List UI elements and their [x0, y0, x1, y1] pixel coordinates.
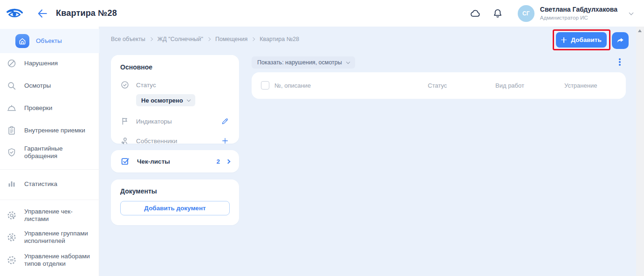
breadcrumb-complex[interactable]: ЖД "Солнечный" — [158, 36, 203, 42]
column-number-description: №, описание — [274, 82, 311, 89]
sidebar-item-label: Объекты — [36, 37, 62, 45]
plus-icon — [561, 37, 567, 43]
sidebar-item-label: Статистика — [24, 180, 57, 188]
sidebar-item-label: Нарушения — [24, 60, 58, 67]
column-status: Статус — [428, 82, 447, 89]
indicators-label: Индикаторы — [136, 118, 172, 125]
edit-pencil-icon[interactable] — [220, 117, 230, 126]
main-info-card: Основное Статус Не осмотрено Индикаторы — [111, 55, 239, 144]
gear-person-icon — [7, 232, 17, 242]
chevron-down-icon — [186, 97, 190, 101]
breadcrumb-all-objects[interactable]: Все объекты — [111, 36, 145, 42]
add-button[interactable]: Добавить — [556, 32, 607, 48]
app-logo-eye-icon[interactable] — [6, 7, 23, 20]
status-value: Не осмотрено — [141, 97, 183, 104]
prohibition-icon — [7, 58, 17, 69]
sidebar-item-label: Осмотры — [24, 82, 51, 90]
flag-icon — [120, 117, 130, 126]
person-key-icon — [120, 136, 130, 145]
bell-icon[interactable] — [492, 7, 504, 20]
hardhat-icon — [7, 103, 17, 113]
house-icon — [15, 34, 29, 48]
add-owner-plus-icon[interactable] — [220, 136, 230, 145]
user-role: Администратор ИС — [540, 14, 617, 21]
table-header: №, описание Статус Вид работ Устранение — [252, 72, 626, 99]
page-title: Квартира №28 — [56, 8, 117, 18]
column-elimination: Устранение — [564, 82, 597, 89]
sidebar-item-label: Проверки — [24, 104, 52, 112]
user-menu-chevron-down-icon[interactable] — [629, 10, 634, 15]
check-circle-icon — [120, 80, 130, 90]
add-button-label: Добавить — [571, 36, 601, 43]
sidebar-item-label: Управление наборами типов отделки — [24, 253, 95, 267]
checkbox-check-icon — [120, 156, 130, 166]
cloud-icon[interactable] — [469, 7, 481, 20]
sidebar-item-finish-type-sets-management[interactable]: Управление наборами типов отделки — [0, 247, 99, 273]
sidebar: Объекты Нарушения Осмотры Проверки — [0, 27, 99, 276]
breadcrumb-current-apartment: Квартира №28 — [260, 36, 299, 42]
documents-title: Документы — [120, 187, 230, 195]
status-row: Статус — [120, 80, 230, 90]
sidebar-item-checklist-management[interactable]: Управление чек-листами — [0, 204, 99, 227]
sidebar-item-objects[interactable]: Объекты — [0, 29, 99, 53]
sidebar-divider — [0, 169, 99, 170]
sidebar-item-label: Гарантийные обращения — [24, 145, 95, 159]
sidebar-item-inspections[interactable]: Осмотры — [0, 75, 99, 97]
shield-check-icon — [7, 147, 17, 158]
scroll-up-arrow-icon[interactable] — [638, 29, 642, 32]
chevron-down-icon — [346, 60, 349, 63]
show-filter-dropdown[interactable]: Показать: нарушения, осмотры — [252, 56, 355, 69]
gear-check-icon — [7, 210, 17, 221]
chevron-right-icon — [226, 159, 231, 164]
sidebar-divider — [0, 200, 99, 200]
magnifier-icon — [7, 81, 17, 91]
status-dropdown[interactable]: Не осмотрено — [136, 94, 195, 106]
sidebar-item-violations[interactable]: Нарушения — [0, 52, 99, 75]
sidebar-item-statistics[interactable]: Статистика — [0, 173, 99, 195]
sidebar-item-label: Внутренние приемки — [24, 127, 85, 134]
owners-row: Собственники — [120, 136, 230, 145]
user-avatar[interactable]: СГ — [518, 5, 534, 22]
owners-label: Собственники — [136, 138, 177, 145]
back-arrow-button[interactable] — [36, 7, 48, 20]
breadcrumb-premises[interactable]: Помещения — [215, 36, 247, 42]
checklists-card[interactable]: Чек-листы 2 — [111, 150, 239, 172]
documents-card: Документы Добавить документ — [111, 179, 239, 225]
sidebar-item-label: Управление чек-листами — [24, 208, 95, 222]
gear-sets-icon — [7, 255, 17, 265]
breadcrumb-chevron-icon — [207, 37, 211, 41]
checklists-label: Чек-листы — [137, 158, 170, 165]
show-filter-label: Показать: нарушения, осмотры — [257, 59, 342, 66]
topbar: Квартира №28 СГ Светлана Габдулхакова Ад… — [0, 0, 644, 27]
select-all-checkbox[interactable] — [261, 81, 269, 90]
sidebar-item-internal-acceptance[interactable]: Внутренние приемки — [0, 119, 99, 142]
bar-chart-icon — [7, 179, 17, 189]
vertical-scrollbar[interactable] — [636, 27, 644, 276]
user-name: Светлана Габдулхакова — [540, 6, 617, 14]
column-work-type: Вид работ — [495, 82, 524, 89]
main-content: Все объекты ЖД "Солнечный" Помещения Ква… — [99, 27, 644, 276]
share-button[interactable] — [612, 32, 629, 49]
breadcrumb-chevron-icon — [149, 37, 153, 41]
breadcrumb: Все объекты ЖД "Солнечный" Помещения Ква… — [111, 36, 299, 42]
sidebar-item-warranty[interactable]: Гарантийные обращения — [0, 141, 99, 164]
sidebar-item-checks[interactable]: Проверки — [0, 97, 99, 119]
card-title: Основное — [120, 63, 230, 71]
clipboard-icon — [7, 125, 17, 136]
breadcrumb-chevron-icon — [251, 37, 255, 41]
status-label: Статус — [136, 82, 156, 89]
user-info: Светлана Габдулхакова Администратор ИС — [540, 6, 617, 21]
indicators-row: Индикаторы — [120, 117, 230, 126]
add-document-button[interactable]: Добавить документ — [120, 201, 230, 215]
sidebar-item-executor-groups-management[interactable]: Управление группами исполнителей — [0, 224, 99, 250]
more-options-kebab-icon[interactable] — [616, 57, 623, 67]
checklists-count-badge: 2 — [216, 158, 220, 165]
share-arrow-icon — [616, 36, 624, 45]
sidebar-item-label: Управление группами исполнителей — [24, 230, 95, 244]
